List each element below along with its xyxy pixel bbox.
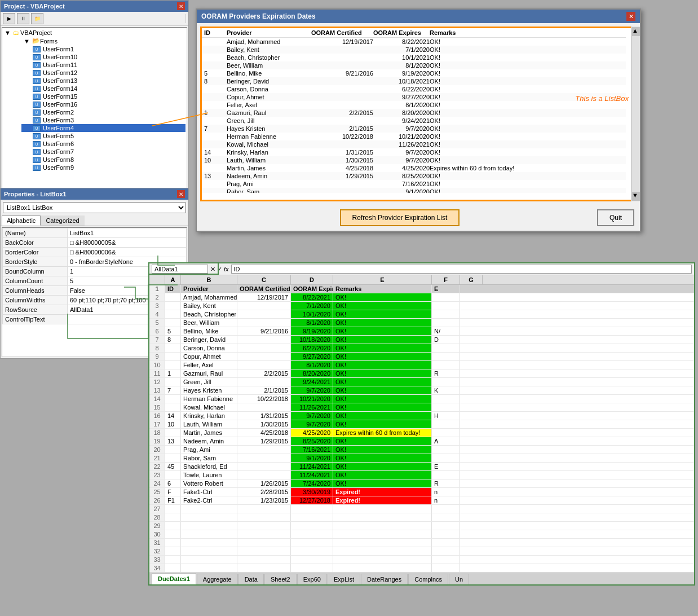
cell-expires[interactable]: 9/7/2020: [291, 420, 333, 428]
cell-provider[interactable]: [181, 556, 237, 564]
cell-expires[interactable]: 7/1/2020: [291, 302, 333, 310]
cell-expires[interactable]: 9/7/2020: [291, 386, 333, 394]
listbox-row[interactable]: Amjad, Mohammed 12/19/2017 8/22/2021 OK!: [202, 38, 626, 46]
cell-id[interactable]: 8: [165, 336, 181, 344]
cell-remarks[interactable]: OK!: [333, 327, 432, 335]
cell-provider[interactable]: Lauth, William: [181, 420, 237, 428]
cell-cert[interactable]: [237, 344, 291, 352]
cell-provider[interactable]: Vottero Robert: [181, 479, 237, 487]
sheet-tab-duedates1[interactable]: DueDates1: [152, 573, 196, 584]
listbox-row[interactable]: 8 Beringer, David 10/18/2021 OK!: [202, 77, 626, 85]
listbox-row[interactable]: Rabor, Sam 9/1/2020 OK!: [202, 188, 626, 193]
listbox-row[interactable]: Herman Fabienne 10/22/2018 10/21/2020 OK…: [202, 133, 626, 140]
cell-id[interactable]: [165, 530, 181, 538]
cell-cert[interactable]: 12/19/2017: [237, 293, 291, 301]
cell-remarks[interactable]: [333, 513, 432, 521]
cell-extra[interactable]: [432, 344, 460, 352]
listbox-row[interactable]: Prag, Ami 7/16/2021 OK!: [202, 180, 626, 188]
cell-provider[interactable]: Prag, Ami: [181, 446, 237, 454]
cell-expires[interactable]: 7/16/2021: [291, 446, 333, 454]
cell-provider[interactable]: Rabor, Sam: [181, 454, 237, 462]
sheet-tab-complncs[interactable]: Complncs: [408, 574, 448, 584]
cell-expires[interactable]: 3/30/2019: [291, 488, 333, 496]
cell-id[interactable]: F1: [165, 496, 181, 504]
cell-expires[interactable]: 11/24/2021: [291, 471, 333, 479]
listbox-row[interactable]: Bailey, Kent 7/1/2020 OK!: [202, 46, 626, 54]
cell-cert[interactable]: [237, 471, 291, 479]
cell-cert[interactable]: 2/2/2015: [237, 369, 291, 377]
properties-dropdown-container[interactable]: ListBox1 ListBox: [2, 201, 187, 214]
prop-val[interactable]: □ &H80000006&: [68, 248, 187, 257]
listbox-row[interactable]: 7 Hayes Kristen 2/1/2015 9/7/2020 OK!: [202, 125, 626, 133]
vba-tree-forms[interactable]: ▼ 📂 Forms: [12, 37, 185, 45]
cell-provider[interactable]: [181, 547, 237, 555]
cell-remarks[interactable]: OK!: [333, 369, 432, 377]
cell-extra[interactable]: [432, 302, 460, 310]
prop-val[interactable]: ListBox1: [68, 228, 187, 238]
listbox-row[interactable]: 14 Krinsky, Harlan 1/31/2015 9/7/2020 OK…: [202, 148, 626, 156]
vba-tree-item-userform8[interactable]: UUserForm8: [21, 156, 185, 164]
cell-cert[interactable]: 2/28/2015: [237, 488, 291, 496]
vba-tree-item-userform9[interactable]: UUserForm9: [21, 164, 185, 171]
cell-expires[interactable]: [291, 556, 333, 564]
vba-close-button[interactable]: ✕: [177, 2, 185, 10]
cell-remarks[interactable]: OK!: [333, 344, 432, 352]
cell-provider[interactable]: Herman Fabienne: [181, 395, 237, 403]
cell-remarks[interactable]: [333, 556, 432, 564]
cell-extra[interactable]: D: [432, 336, 460, 344]
listbox-row[interactable]: 1 Gazmuri, Raul 2/2/2015 8/20/2020 OK!: [202, 109, 626, 117]
cell-remarks[interactable]: OK!: [333, 403, 432, 411]
cell-1f[interactable]: E: [432, 285, 460, 293]
cell-expires[interactable]: 8/1/2020: [291, 361, 333, 369]
properties-close-button[interactable]: ✕: [177, 190, 185, 198]
cell-extra[interactable]: [432, 310, 460, 318]
cell-expires[interactable]: [291, 547, 333, 555]
listbox-row[interactable]: Feller, Axel 8/1/2020 OK!: [202, 101, 626, 109]
cell-id[interactable]: 13: [165, 437, 181, 445]
cell-provider[interactable]: Green, Jill: [181, 378, 237, 386]
cell-remarks[interactable]: Expired!: [333, 488, 432, 496]
cell-1a[interactable]: ID: [165, 285, 181, 293]
cell-id[interactable]: [165, 403, 181, 411]
vba-tree-item-userform4[interactable]: UUserForm4: [21, 124, 185, 132]
cell-expires[interactable]: 11/26/2021: [291, 403, 333, 411]
cell-id[interactable]: [165, 505, 181, 513]
vba-tree-item-userform12[interactable]: UUserForm12: [21, 69, 185, 77]
cell-extra[interactable]: [432, 429, 460, 437]
cell-provider[interactable]: [181, 522, 237, 530]
cell-extra[interactable]: [432, 293, 460, 301]
cell-id[interactable]: [165, 564, 181, 572]
prop-val[interactable]: □ &H80000005&: [68, 238, 187, 248]
cell-remarks[interactable]: Expired!: [333, 496, 432, 504]
cell-remarks[interactable]: OK!: [333, 378, 432, 386]
cell-expires[interactable]: 6/22/2020: [291, 344, 333, 352]
cell-cert[interactable]: [237, 513, 291, 521]
cell-cert[interactable]: 2/1/2015: [237, 386, 291, 394]
sheet-tab-exp60[interactable]: Exp60: [297, 574, 327, 584]
refresh-button[interactable]: Refresh Provider Expiration List: [340, 209, 460, 226]
cell-extra[interactable]: [432, 556, 460, 564]
cell-expires[interactable]: [291, 505, 333, 513]
cell-extra[interactable]: [432, 420, 460, 428]
cell-id[interactable]: [165, 319, 181, 327]
cell-id[interactable]: 5: [165, 327, 181, 335]
cell-provider[interactable]: Towle, Lauren: [181, 471, 237, 479]
cell-cert[interactable]: 4/25/2018: [237, 429, 291, 437]
cell-id[interactable]: 14: [165, 412, 181, 420]
cell-id[interactable]: 1: [165, 369, 181, 377]
cell-provider[interactable]: Fake2-Ctrl: [181, 496, 237, 504]
cell-expires[interactable]: 8/25/2020: [291, 437, 333, 445]
cell-id[interactable]: [165, 556, 181, 564]
vba-tree-item-userform16[interactable]: UUserForm16: [21, 100, 185, 108]
vba-tree-item-userform10[interactable]: UUserForm10: [21, 53, 185, 61]
cell-cert[interactable]: 1/26/2015: [237, 479, 291, 487]
cell-id[interactable]: [165, 293, 181, 301]
cell-expires[interactable]: 4/25/2020: [291, 429, 333, 437]
cell-expires[interactable]: 9/24/2021: [291, 378, 333, 386]
cell-remarks[interactable]: [333, 547, 432, 555]
cell-cert[interactable]: [237, 378, 291, 386]
cell-cert[interactable]: [237, 463, 291, 470]
cell-provider[interactable]: Fake1-Ctrl: [181, 488, 237, 496]
listbox-row[interactable]: Green, Jill 9/24/2021 OK!: [202, 117, 626, 125]
properties-object-dropdown[interactable]: ListBox1 ListBox: [3, 202, 186, 213]
